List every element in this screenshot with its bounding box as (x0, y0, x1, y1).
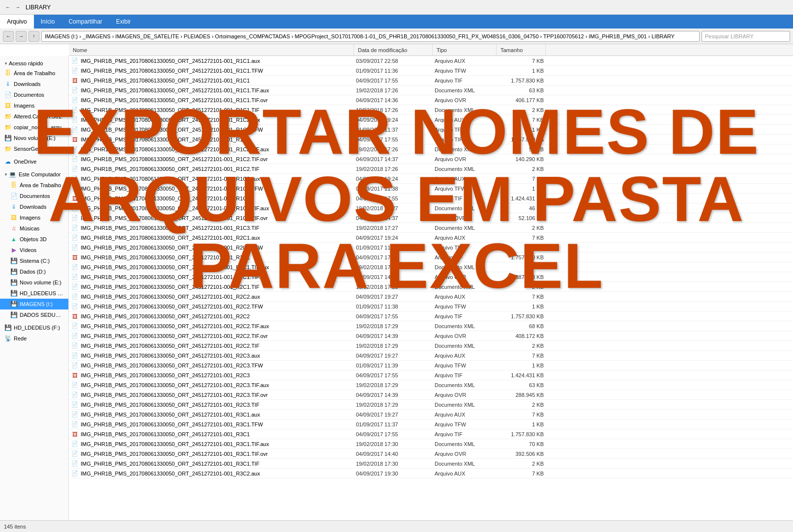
file-name: IMG_PHR1B_PMS_201708061330050_ORT_245127… (81, 274, 356, 280)
table-row[interactable]: 📄 IMG_PHR1B_PMS_201708061330050_ORT_2451… (69, 184, 793, 194)
table-row[interactable]: 📄 IMG_PHR1B_PMS_201708061330050_ORT_2451… (69, 272, 793, 282)
table-row[interactable]: 📄 IMG_PHR1B_PMS_201708061330050_ORT_2451… (69, 282, 793, 292)
forward-button[interactable]: → (16, 31, 27, 42)
sidebar-item-c-videos[interactable]: ▶ Vídeos (0, 245, 68, 255)
file-size: 288.945 KB (499, 392, 548, 398)
col-date[interactable]: Data de modificação (354, 44, 433, 56)
sidebar-item-c-images[interactable]: 🖼 Imagens (0, 212, 68, 223)
search-bar[interactable]: Pesquisar LIBRARY (702, 31, 790, 42)
table-row[interactable]: 🖼 IMG_PHR1B_PMS_201708061330050_ORT_2451… (69, 370, 793, 380)
col-name[interactable]: Nome (69, 44, 354, 56)
table-row[interactable]: 📄 IMG_PHR1B_PMS_201708061330050_ORT_2451… (69, 341, 793, 351)
table-row[interactable]: 📄 IMG_PHR1B_PMS_201708061330050_ORT_2451… (69, 262, 793, 272)
table-row[interactable]: 🖼 IMG_PHR1B_PMS_201708061330050_ORT_2451… (69, 311, 793, 321)
table-row[interactable]: 📄 IMG_PHR1B_PMS_201708061330050_ORT_2451… (69, 302, 793, 311)
col-type[interactable]: Tipo (433, 44, 497, 56)
table-row[interactable]: 📄 IMG_PHR1B_PMS_201708061330050_ORT_2451… (69, 400, 793, 410)
file-date: 19/02/2018 17:30 (356, 461, 435, 467)
table-row[interactable]: 📄 IMG_PHR1B_PMS_201708061330050_ORT_2451… (69, 85, 793, 95)
table-row[interactable]: 🖼 IMG_PHR1B_PMS_201708061330050_ORT_2451… (69, 76, 793, 85)
table-row[interactable]: 📄 IMG_PHR1B_PMS_201708061330050_ORT_2451… (69, 213, 793, 223)
sidebar-item-c-seduh[interactable]: 💾 DADOS SEDUH (S:) (0, 309, 68, 320)
sidebar-item-docs[interactable]: 📄 Documentos (0, 89, 68, 100)
sidebar-item-rede[interactable]: 📡 Rede (0, 333, 68, 344)
sidebar-item-copiar[interactable]: 📁 copiar_nomes_arqu (0, 122, 68, 133)
table-row[interactable]: 📄 IMG_PHR1B_PMS_201708061330050_ORT_2451… (69, 233, 793, 243)
table-row[interactable]: 🖼 IMG_PHR1B_PMS_201708061330050_ORT_2451… (69, 194, 793, 203)
table-row[interactable]: 📄 IMG_PHR1B_PMS_201708061330050_ORT_2451… (69, 390, 793, 400)
table-row[interactable]: 📄 IMG_PHR1B_PMS_201708061330050_ORT_2451… (69, 115, 793, 125)
table-row[interactable]: 📄 IMG_PHR1B_PMS_201708061330050_ORT_2451… (69, 105, 793, 115)
table-row[interactable]: 📄 IMG_PHR1B_PMS_201708061330050_ORT_2451… (69, 125, 793, 135)
table-row[interactable]: 📄 IMG_PHR1B_PMS_201708061330050_ORT_2451… (69, 174, 793, 184)
table-row[interactable]: 🖼 IMG_PHR1B_PMS_201708061330050_ORT_2451… (69, 252, 793, 262)
table-row[interactable]: 📄 IMG_PHR1B_PMS_201708061330050_ORT_2451… (69, 66, 793, 76)
file-date: 04/09/2017 19:24 (356, 176, 435, 182)
table-row[interactable]: 🖼 IMG_PHR1B_PMS_201708061330050_ORT_2451… (69, 429, 793, 439)
file-size: 1 KB (499, 363, 548, 368)
table-row[interactable]: 📄 IMG_PHR1B_PMS_201708061330050_ORT_2451… (69, 361, 793, 370)
sidebar-item-images[interactable]: 🖼 Imagens (0, 100, 68, 111)
table-row[interactable]: 📄 IMG_PHR1B_PMS_201708061330050_ORT_2451… (69, 449, 793, 459)
sidebar-item-c-imagens[interactable]: 💾 IMAGENS (I:) (0, 299, 68, 309)
sidebar-c-images-label: Imagens (20, 215, 40, 221)
file-type-icon: 🖼 (71, 136, 79, 143)
table-row[interactable]: 📄 IMG_PHR1B_PMS_201708061330050_ORT_2451… (69, 459, 793, 469)
file-name: IMG_PHR1B_PMS_201708061330050_ORT_245127… (81, 431, 356, 437)
address-bar[interactable]: IMAGENS (I:) › _IMAGENS › IMAGENS_DE_SAT… (41, 31, 700, 42)
table-row[interactable]: 🖼 IMG_PHR1B_PMS_201708061330050_ORT_2451… (69, 135, 793, 144)
table-row[interactable]: 📄 IMG_PHR1B_PMS_201708061330050_ORT_2451… (69, 243, 793, 252)
table-row[interactable]: 📄 IMG_PHR1B_PMS_201708061330050_ORT_2451… (69, 410, 793, 420)
sidebar-item-c-desktop[interactable]: 🗄 Área de Trabalho (0, 180, 68, 191)
file-name: IMG_PHR1B_PMS_201708061330050_ORT_245127… (81, 156, 356, 162)
table-row[interactable]: 📄 IMG_PHR1B_PMS_201708061330050_ORT_2451… (69, 144, 793, 154)
table-row[interactable]: 📄 IMG_PHR1B_PMS_201708061330050_ORT_2451… (69, 95, 793, 105)
file-date: 04/09/2017 19:24 (356, 235, 435, 241)
tab-inicio[interactable]: Início (34, 15, 62, 28)
table-row[interactable]: 📄 IMG_PHR1B_PMS_201708061330050_ORT_2451… (69, 292, 793, 302)
sidebar-item-desktop[interactable]: 🗄 Área de Trabalho (0, 68, 68, 79)
table-row[interactable]: 📄 IMG_PHR1B_PMS_201708061330050_ORT_2451… (69, 321, 793, 331)
table-row[interactable]: 📄 IMG_PHR1B_PMS_201708061330050_ORT_2451… (69, 154, 793, 164)
tab-arquivo[interactable]: Arquivo (0, 15, 34, 28)
sidebar-item-c-dados[interactable]: 💾 Dados (D:) (0, 266, 68, 277)
sidebar-item-c-music[interactable]: ♫ Músicas (0, 223, 68, 234)
sidebar-item-network1[interactable]: 💾 HD_LDEDEUS (F:) (0, 322, 68, 333)
c-novo-icon: 💾 (10, 279, 18, 286)
sidebar-item-sensor[interactable]: 📁 SensorGeografico (0, 143, 68, 154)
back-button[interactable]: ← (3, 31, 14, 42)
sidebar-item-c-3d[interactable]: ▲ Objetos 3D (0, 234, 68, 245)
sidebar-c-downloads-label: Downloads (20, 204, 46, 210)
sidebar-item-onedrive[interactable]: ☁ OneDrive (0, 156, 68, 167)
sidebar-item-c-novo[interactable]: 💾 Novo volume (E:) (0, 277, 68, 288)
table-row[interactable]: 📄 IMG_PHR1B_PMS_201708061330050_ORT_2451… (69, 164, 793, 174)
sidebar-item-novo-volume[interactable]: 💾 Novo volume (E:) (0, 133, 68, 143)
table-row[interactable]: 📄 IMG_PHR1B_PMS_201708061330050_ORT_2451… (69, 223, 793, 233)
sidebar-item-downloads[interactable]: ⇓ Downloads (0, 79, 68, 89)
table-row[interactable]: 📄 IMG_PHR1B_PMS_201708061330050_ORT_2451… (69, 439, 793, 449)
sidebar-item-computer[interactable]: ▼ 💻 Este Computador (0, 169, 68, 180)
file-date: 04/09/2017 14:38 (356, 274, 435, 280)
sidebar-item-c-downloads[interactable]: ⇓ Downloads (0, 201, 68, 212)
table-row[interactable]: 📄 IMG_PHR1B_PMS_201708061330050_ORT_2451… (69, 351, 793, 361)
table-row[interactable]: 📄 IMG_PHR1B_PMS_201708061330050_ORT_2451… (69, 380, 793, 390)
file-name: IMG_PHR1B_PMS_201708061330050_ORT_245127… (81, 323, 356, 329)
sidebar-item-c-docs[interactable]: 📄 Documentos (0, 191, 68, 201)
file-name: IMG_PHR1B_PMS_201708061330050_ORT_245127… (81, 196, 356, 201)
sidebar-item-c-system[interactable]: 💾 Sistema (C:) (0, 255, 68, 266)
up-button[interactable]: ↑ (29, 31, 39, 42)
table-row[interactable]: 📄 IMG_PHR1B_PMS_201708061330050_ORT_2451… (69, 420, 793, 429)
tab-exibir[interactable]: Exibir (109, 15, 138, 28)
table-row[interactable]: 📄 IMG_PHR1B_PMS_201708061330050_ORT_2451… (69, 56, 793, 66)
tab-compartilhar[interactable]: Compartilhar (61, 15, 109, 28)
table-row[interactable]: 📄 IMG_PHR1B_PMS_201708061330050_ORT_2451… (69, 203, 793, 213)
sidebar-item-c-hd[interactable]: 💾 HD_LDEDEUS (F:) (0, 288, 68, 299)
table-row[interactable]: 📄 IMG_PHR1B_PMS_201708061330050_ORT_2451… (69, 331, 793, 341)
table-row[interactable]: 📄 IMG_PHR1B_PMS_201708061330050_ORT_2451… (69, 469, 793, 478)
col-size[interactable]: Tamanho (497, 44, 546, 56)
sidebar-item-altered[interactable]: 📁 Altered.Carbon.S01. (0, 111, 68, 122)
file-size: 1 KB (499, 304, 548, 309)
file-type-icon: 📄 (71, 303, 79, 310)
file-type-icon: 📄 (71, 106, 79, 114)
docs-icon: 📄 (4, 91, 12, 99)
